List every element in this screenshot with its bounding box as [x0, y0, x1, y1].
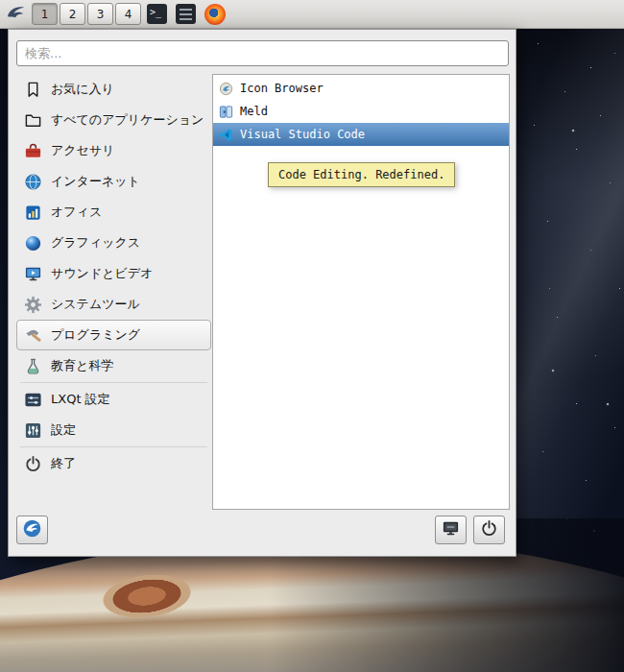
app-item-vscode[interactable]: Visual Studio Code	[213, 123, 509, 146]
category-sound-video[interactable]: サウンドとビデオ	[16, 258, 211, 289]
category-favorites[interactable]: お気に入り	[16, 74, 211, 105]
power-icon	[480, 519, 498, 540]
bookmark-icon	[23, 80, 42, 99]
search-input[interactable]	[16, 40, 509, 66]
office-icon	[23, 203, 42, 222]
terminal-icon: >_	[147, 4, 167, 24]
workspace-switcher: 1 2 3 4	[32, 3, 141, 25]
category-settings[interactable]: 設定	[16, 415, 211, 445]
icon-browser-icon	[218, 81, 233, 96]
app-label: Meld	[240, 105, 268, 118]
lxqt-bird-icon	[5, 2, 27, 27]
globe-icon	[23, 172, 42, 191]
tooltip: Code Editing. Redefined.	[268, 162, 455, 187]
app-list: Icon Browser Meld Visual Studio Code	[212, 74, 510, 510]
terminal-launcher[interactable]: >_	[144, 1, 170, 27]
app-menu-button[interactable]	[3, 1, 29, 27]
category-list: お気に入り すべてのアプリケーション アクセサリ インターネット オフィス	[16, 74, 211, 479]
power-icon	[23, 454, 42, 473]
workspace-button-3[interactable]: 3	[87, 3, 113, 25]
meld-icon	[218, 104, 233, 119]
category-label: インターネット	[51, 173, 140, 190]
lock-screen-button[interactable]	[435, 516, 467, 544]
toolbox-icon	[23, 141, 42, 160]
category-internet[interactable]: インターネット	[16, 166, 211, 197]
milkyway-band	[499, 29, 624, 566]
category-graphics[interactable]: グラフィックス	[16, 228, 211, 258]
category-label: LXQt 設定	[51, 391, 110, 408]
category-label: グラフィックス	[51, 234, 140, 252]
power-button[interactable]	[473, 516, 505, 544]
folder-icon	[23, 110, 42, 130]
category-label: すべてのアプリケーション	[51, 111, 204, 129]
workspace-button-1[interactable]: 1	[32, 3, 58, 25]
category-programming[interactable]: プログラミング	[16, 320, 211, 350]
lxqt-logo-button[interactable]	[16, 516, 48, 544]
separator	[20, 382, 207, 383]
app-label: Visual Studio Code	[240, 128, 365, 141]
separator	[20, 446, 207, 447]
firefox-icon	[204, 4, 226, 25]
category-leave[interactable]: 終了	[16, 448, 211, 479]
category-label: プログラミング	[51, 326, 140, 344]
panel-app-launcher[interactable]	[173, 1, 199, 27]
category-label: オフィス	[51, 204, 102, 221]
app-item-icon-browser[interactable]: Icon Browser	[213, 77, 509, 100]
category-office[interactable]: オフィス	[16, 197, 211, 228]
category-label: 設定	[51, 421, 76, 439]
session-buttons	[435, 516, 505, 544]
taskbar-panel: 1 2 3 4 >_	[0, 0, 624, 29]
category-label: サウンドとビデオ	[51, 265, 153, 282]
category-label: アクセサリ	[51, 142, 115, 159]
category-label: システムツール	[51, 296, 140, 313]
category-education-science[interactable]: 教育と科学	[16, 350, 211, 381]
category-system-tools[interactable]: システムツール	[16, 289, 211, 320]
workspace-button-2[interactable]: 2	[60, 3, 85, 25]
monitor-icon	[23, 264, 42, 283]
lxqt-bird-icon	[22, 518, 42, 541]
flask-icon	[23, 356, 42, 375]
settings-icon	[23, 420, 42, 440]
category-label: 終了	[51, 455, 76, 472]
firefox-launcher[interactable]	[202, 1, 228, 27]
app-item-meld[interactable]: Meld	[213, 100, 509, 123]
lxqt-settings-icon	[23, 390, 42, 409]
category-accessories[interactable]: アクセサリ	[16, 135, 211, 166]
hammer-icon	[23, 325, 42, 345]
category-label: 教育と科学	[51, 357, 113, 374]
vscode-icon	[218, 127, 233, 142]
sphere-icon	[23, 233, 42, 252]
app-menu-popup: お気に入り すべてのアプリケーション アクセサリ インターネット オフィス	[8, 29, 516, 557]
panel-lines-icon	[176, 4, 196, 24]
app-label: Icon Browser	[240, 82, 324, 95]
gear-icon	[23, 295, 42, 314]
screen-icon	[442, 519, 460, 540]
category-all-applications[interactable]: すべてのアプリケーション	[16, 105, 211, 135]
category-label: お気に入り	[51, 81, 114, 98]
workspace-button-4[interactable]: 4	[115, 3, 141, 25]
category-lxqt-settings[interactable]: LXQt 設定	[16, 384, 211, 415]
